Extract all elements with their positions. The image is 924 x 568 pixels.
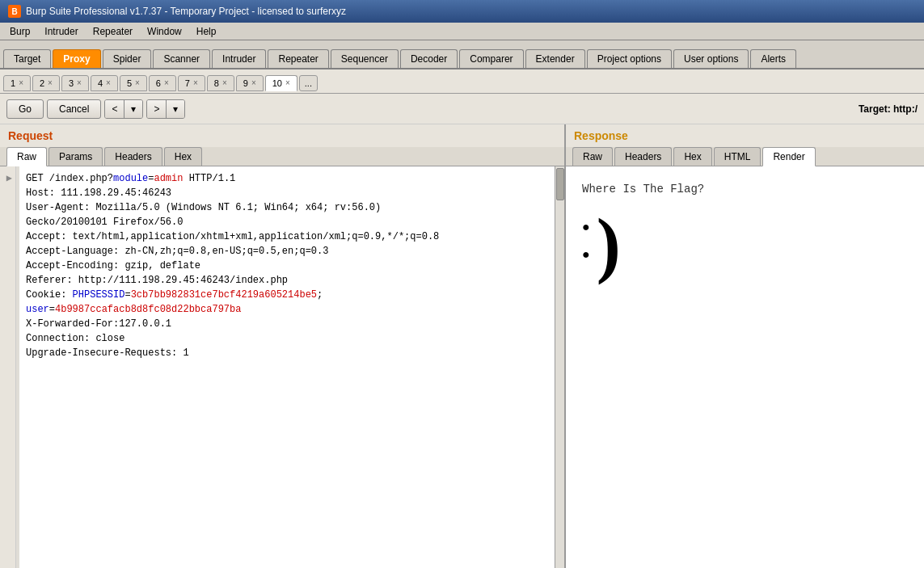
sub-tab-3[interactable]: 3 × [61, 75, 89, 91]
menu-burp[interactable]: Burp [3, 24, 36, 39]
target-label: Target: http:/ [859, 103, 918, 115]
tab-scanner[interactable]: Scanner [153, 49, 210, 68]
content-area: Request Raw Params Headers Hex ▶ GET /in… [0, 124, 924, 568]
menu-window[interactable]: Window [141, 24, 188, 39]
sub-tab-bar: 1 × 2 × 3 × 4 × 5 × 6 × 7 × 8 × 9 × 10 ×… [0, 69, 924, 94]
nav-forward-group: > ▾ [146, 99, 185, 119]
sub-tab-6[interactable]: 6 × [149, 75, 176, 91]
scrollbar-thumb[interactable] [556, 168, 564, 200]
tab-repeater[interactable]: Repeater [268, 49, 328, 68]
close-tab-5-icon[interactable]: × [135, 78, 140, 87]
request-tab-raw[interactable]: Raw [6, 147, 47, 166]
request-body[interactable]: GET /index.php?module=admin HTTP/1.1 Hos… [16, 166, 555, 568]
title-text: Burp Suite Professional v1.7.37 - Tempor… [26, 6, 346, 17]
sub-tab-more[interactable]: ... [299, 75, 318, 91]
tab-target[interactable]: Target [3, 49, 51, 68]
tab-alerts[interactable]: Alerts [750, 49, 796, 68]
request-line-3: User-Agent: Mozilla/5.0 (Windows NT 6.1;… [26, 200, 548, 215]
sub-tab-1[interactable]: 1 × [3, 75, 31, 91]
menu-help[interactable]: Help [190, 24, 223, 39]
forward-dropdown-button[interactable]: ▾ [167, 100, 184, 118]
close-tab-4-icon[interactable]: × [106, 78, 111, 87]
request-panel: Request Raw Params Headers Hex ▶ GET /in… [0, 124, 566, 568]
where-is-flag-text: Where Is The Flag? [582, 183, 908, 196]
tab-sequencer[interactable]: Sequencer [331, 49, 399, 68]
request-tab-bar: Raw Params Headers Hex [0, 147, 564, 166]
request-scrollbar[interactable] [555, 166, 564, 568]
main-tab-bar: Target Proxy Spider Scanner Intruder Rep… [0, 40, 924, 69]
cancel-button[interactable]: Cancel [47, 99, 101, 119]
sub-tab-8[interactable]: 8 × [207, 75, 234, 91]
menu-intruder[interactable]: Intruder [38, 24, 84, 39]
request-line-10: user=4b9987ccafacb8d8fc08d22bbca797ba [26, 302, 548, 317]
tab-spider[interactable]: Spider [103, 49, 152, 68]
request-line-13: Upgrade-Insecure-Requests: 1 [26, 346, 548, 360]
tab-proxy[interactable]: Proxy [53, 49, 100, 68]
tab-comparer[interactable]: Comparer [459, 49, 523, 68]
menu-repeater[interactable]: Repeater [86, 24, 139, 39]
request-panel-header: Request [0, 124, 564, 147]
sub-tab-10[interactable]: 10 × [265, 75, 297, 91]
title-bar: B Burp Suite Professional v1.7.37 - Temp… [0, 0, 924, 23]
request-line-5: Accept: text/html,application/xhtml+xml,… [26, 229, 548, 244]
request-line-1: GET /index.php?module=admin HTTP/1.1 [26, 171, 548, 186]
request-line-11: X-Forwarded-For:127.0.0.1 [26, 317, 548, 331]
back-dropdown-button[interactable]: ▾ [124, 100, 142, 118]
tab-project-options[interactable]: Project options [587, 49, 672, 68]
response-tab-headers[interactable]: Headers [614, 147, 672, 166]
tab-intruder[interactable]: Intruder [212, 49, 266, 68]
line-numbers: ▶ [0, 166, 16, 568]
smiley-eyes: ● ● [582, 221, 590, 261]
tab-decoder[interactable]: Decoder [400, 49, 458, 68]
close-tab-7-icon[interactable]: × [193, 78, 198, 87]
request-tab-headers[interactable]: Headers [104, 147, 162, 166]
response-body: Where Is The Flag? ● ● ) [566, 166, 924, 568]
sub-tab-4[interactable]: 4 × [91, 75, 118, 91]
close-tab-8-icon[interactable]: × [222, 78, 227, 87]
close-tab-2-icon[interactable]: × [48, 78, 53, 87]
close-tab-9-icon[interactable]: × [251, 78, 256, 87]
response-tab-hex[interactable]: Hex [673, 147, 711, 166]
request-line-7: Accept-Encoding: gzip, deflate [26, 259, 548, 273]
response-tab-bar: Raw Headers Hex HTML Render [566, 147, 924, 166]
close-tab-10-icon[interactable]: × [285, 78, 290, 87]
request-line-12: Connection: close [26, 331, 548, 346]
close-tab-1-icon[interactable]: × [19, 78, 23, 87]
close-tab-6-icon[interactable]: × [164, 78, 169, 87]
request-tab-params[interactable]: Params [49, 147, 103, 166]
request-tab-hex[interactable]: Hex [164, 147, 202, 166]
tab-user-options[interactable]: User options [673, 49, 749, 68]
nav-back-group: < ▾ [104, 99, 143, 119]
sub-tab-9[interactable]: 9 × [236, 75, 264, 91]
request-line-6: Accept-Language: zh-CN,zh;q=0.8,en-US;q=… [26, 244, 548, 259]
request-line-4: Gecko/20100101 Firefox/56.0 [26, 215, 548, 229]
close-tab-3-icon[interactable]: × [77, 78, 82, 87]
request-line-9: Cookie: PHPSESSID=3cb7bb982831ce7bcf4219… [26, 288, 548, 302]
response-panel-header: Response [566, 124, 924, 147]
toolbar: Go Cancel < ▾ > ▾ Target: http:/ [0, 94, 924, 124]
response-tab-html[interactable]: HTML [714, 147, 762, 166]
forward-button[interactable]: > [147, 100, 167, 118]
response-panel: Response Raw Headers Hex HTML Render Whe… [566, 124, 924, 568]
sub-tab-7[interactable]: 7 × [178, 75, 205, 91]
back-button[interactable]: < [105, 100, 124, 118]
menu-bar: Burp Intruder Repeater Window Help [0, 23, 924, 40]
response-tab-render[interactable]: Render [762, 147, 815, 166]
response-tab-raw[interactable]: Raw [572, 147, 613, 166]
request-line-8: Referer: http://111.198.29.45:46243/inde… [26, 273, 548, 288]
smiley-mouth: ) [597, 212, 621, 277]
request-line-2: Host: 111.198.29.45:46243 [26, 186, 548, 200]
app-icon: B [8, 5, 21, 18]
sub-tab-5[interactable]: 5 × [120, 75, 147, 91]
go-button[interactable]: Go [6, 99, 44, 119]
sub-tab-2[interactable]: 2 × [32, 75, 60, 91]
tab-extender[interactable]: Extender [525, 49, 585, 68]
